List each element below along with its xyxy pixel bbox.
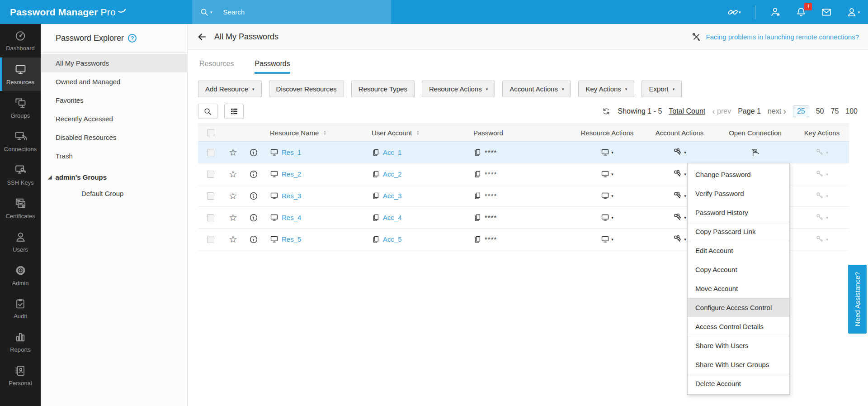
resource-actions-button[interactable]: Resource Actions▾	[422, 81, 495, 97]
account-link[interactable]: Acc_2	[383, 170, 402, 178]
row-checkbox[interactable]	[207, 149, 214, 156]
masked-password[interactable]: ****	[485, 148, 497, 156]
account-link[interactable]: Acc_5	[383, 235, 402, 243]
copy-icon[interactable]	[372, 235, 380, 244]
total-count-link[interactable]: Total Count	[669, 107, 705, 115]
account-actions-menu[interactable]: ▾	[673, 169, 686, 179]
masked-password[interactable]: ****	[485, 214, 497, 221]
key-actions-menu[interactable]: ▾	[816, 213, 828, 222]
export-button[interactable]: Export▾	[642, 81, 682, 97]
resource-actions-menu[interactable]: ▾	[601, 191, 613, 200]
copy-icon[interactable]	[372, 148, 380, 157]
copy-password-icon[interactable]	[473, 192, 481, 200]
account-actions-button[interactable]: Account Actions▾	[502, 81, 571, 97]
copy-icon[interactable]	[372, 214, 380, 222]
menu-item-share-with-users[interactable]: Share With Users	[688, 336, 789, 355]
row-checkbox[interactable]	[207, 214, 214, 221]
tab-passwords[interactable]: Passwords	[255, 60, 290, 74]
search-scope-caret-icon[interactable]: ▾	[210, 10, 212, 14]
page-size-75[interactable]: 75	[831, 107, 839, 115]
prev-page-button[interactable]: ‹ prev	[712, 107, 731, 115]
explorer-item-disabled-resources[interactable]: Disabled Resources	[41, 128, 187, 147]
copy-password-icon[interactable]	[473, 235, 481, 244]
account-actions-menu[interactable]: ▾	[673, 148, 686, 157]
page-size-100[interactable]: 100	[845, 107, 858, 115]
menu-item-copy-account[interactable]: Copy Account	[688, 260, 789, 279]
sidebar-item-audit[interactable]: Audit	[0, 292, 41, 325]
resource-actions-menu[interactable]: ▾	[601, 148, 613, 157]
info-icon[interactable]	[249, 170, 258, 179]
menu-item-edit-account[interactable]: Edit Account	[688, 241, 789, 260]
account-actions-menu[interactable]: ▾	[673, 234, 686, 244]
column-chooser-button[interactable]	[224, 104, 244, 119]
info-icon[interactable]	[249, 213, 258, 222]
next-page-button[interactable]: next ›	[768, 107, 786, 115]
resource-link[interactable]: Res_1	[282, 148, 301, 156]
account-actions-menu[interactable]: ▾	[673, 191, 686, 201]
favorite-star-icon[interactable]: ☆	[229, 169, 237, 179]
explorer-item-default-group[interactable]: Default Group	[41, 185, 187, 201]
menu-item-delete-account[interactable]: Delete Account	[688, 374, 789, 393]
key-actions-menu[interactable]: ▾	[816, 235, 828, 244]
resource-actions-menu[interactable]: ▾	[601, 213, 613, 222]
menu-item-configure-access-control[interactable]: Configure Access Control	[688, 298, 789, 317]
sidebar-item-dashboard[interactable]: Dashboard	[0, 24, 41, 57]
discover-resources-button[interactable]: Discover Resources	[269, 81, 344, 97]
tab-resources[interactable]: Resources	[199, 60, 234, 74]
explorer-item-owned-and-managed[interactable]: Owned and Managed	[41, 72, 187, 91]
sidebar-item-users[interactable]: Users	[0, 225, 41, 258]
copy-password-icon[interactable]	[473, 148, 481, 157]
copy-password-icon[interactable]	[473, 170, 481, 178]
favorite-star-icon[interactable]: ☆	[229, 148, 237, 157]
info-icon[interactable]	[249, 235, 258, 244]
explorer-item-favorites[interactable]: Favorites	[41, 91, 187, 110]
add-resource-button[interactable]: Add Resource▾	[198, 81, 262, 97]
key-actions-menu[interactable]: ▾	[816, 148, 828, 157]
favorite-star-icon[interactable]: ☆	[229, 213, 237, 222]
remote-connection-help-link[interactable]: Facing problems in launching remote conn…	[692, 32, 859, 42]
menu-item-access-control-details[interactable]: Access Control Details	[688, 317, 789, 336]
sidebar-item-resources[interactable]: Resources	[0, 57, 41, 91]
favorite-star-icon[interactable]: ☆	[229, 191, 237, 201]
account-link[interactable]: Acc_1	[383, 148, 402, 156]
notifications-icon[interactable]: !	[796, 7, 807, 18]
menu-item-verify-password[interactable]: Verify Password	[688, 184, 789, 203]
explorer-group-admins-groups[interactable]: ◢ admin's Groups	[41, 169, 187, 185]
column-user-account[interactable]: User Account	[365, 129, 467, 137]
masked-password[interactable]: ****	[485, 170, 497, 178]
resource-link[interactable]: Res_2	[282, 170, 301, 178]
messages-icon[interactable]	[821, 7, 832, 18]
menu-item-copy-passcard-link[interactable]: Copy Passcard Link	[688, 222, 789, 241]
sidebar-item-connections[interactable]: Connections	[0, 124, 41, 158]
row-checkbox[interactable]	[207, 236, 214, 243]
quick-connect-icon[interactable]: ▾	[727, 7, 741, 18]
key-actions-menu[interactable]: ▾	[816, 191, 828, 200]
sort-icon[interactable]	[415, 129, 421, 136]
help-icon[interactable]: ?	[128, 34, 137, 43]
account-actions-menu[interactable]: ▾	[673, 213, 686, 222]
need-assistance-tab[interactable]: Need Assistance?	[848, 265, 867, 334]
refresh-icon[interactable]	[602, 107, 611, 116]
sidebar-item-ssh-keys[interactable]: SSH Keys	[0, 158, 41, 191]
key-actions-menu[interactable]: ▾	[816, 170, 828, 178]
tree-expand-icon[interactable]: ◢	[48, 174, 52, 180]
resource-link[interactable]: Res_4	[282, 214, 301, 221]
back-icon[interactable]	[197, 32, 207, 42]
menu-item-share-with-user-groups[interactable]: Share With User Groups	[688, 355, 789, 374]
page-size-25[interactable]: 25	[793, 105, 809, 117]
menu-item-change-password[interactable]: Change Password	[688, 165, 789, 184]
global-search[interactable]: ▾ Search	[192, 0, 391, 24]
open-connection-icon[interactable]	[751, 148, 760, 157]
copy-password-icon[interactable]	[473, 214, 481, 222]
row-checkbox[interactable]	[207, 192, 214, 200]
sidebar-item-certificates[interactable]: Certificates	[0, 191, 41, 225]
masked-password[interactable]: ****	[485, 192, 497, 200]
resource-link[interactable]: Res_5	[282, 235, 301, 243]
resource-actions-menu[interactable]: ▾	[601, 170, 613, 178]
page-size-50[interactable]: 50	[816, 107, 824, 115]
column-resource-name[interactable]: Resource Name	[264, 129, 365, 137]
row-checkbox[interactable]	[207, 171, 214, 178]
favorite-star-icon[interactable]: ☆	[229, 234, 237, 244]
copy-icon[interactable]	[372, 170, 380, 178]
menu-item-password-history[interactable]: Password History	[688, 203, 789, 222]
